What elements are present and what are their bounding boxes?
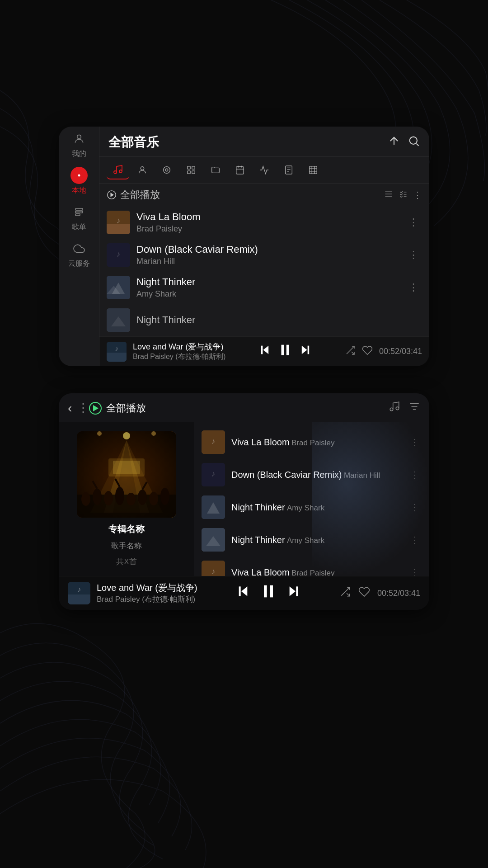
wb-song-menu[interactable]: ⋮ xyxy=(408,533,422,547)
wb-song-thumbnail: ♪ xyxy=(202,561,225,576)
svg-point-10 xyxy=(164,167,170,174)
song-row[interactable]: Night Thinker Amy Shark ⋮ xyxy=(99,271,429,304)
sidebar-item-my[interactable]: 我的 xyxy=(70,130,88,159)
svg-point-0 xyxy=(77,135,81,139)
music-note-icon[interactable] xyxy=(389,401,400,415)
tab-circle[interactable] xyxy=(155,160,178,179)
svg-point-72 xyxy=(97,431,102,436)
svg-rect-45 xyxy=(308,346,310,354)
prev-button[interactable] xyxy=(258,344,271,359)
back-button[interactable]: ‹ xyxy=(68,401,72,415)
wb-song-info: Viva La Bloom Brad Paisley xyxy=(231,567,401,576)
sidebar-item-playlist[interactable]: 歌单 xyxy=(70,203,88,232)
album-section: 专辑名称 歌手名称 共X首 xyxy=(59,422,194,576)
tab-artist[interactable] xyxy=(131,160,154,179)
svg-rect-12 xyxy=(188,166,190,169)
svg-rect-4 xyxy=(75,211,83,213)
wb-header: ‹ ⋮ 全部播放 xyxy=(59,393,429,422)
wb-song-row[interactable]: ♪ Viva La Bloom Brad Paisley ⋮ xyxy=(194,426,429,458)
svg-marker-93 xyxy=(289,586,295,596)
song-row[interactable]: ♪ Down (Black Caviar Remix) Marian Hill … xyxy=(99,239,429,271)
search-icon[interactable] xyxy=(408,135,420,151)
wb-song-row[interactable]: Night Thinker Amy Shark ⋮ xyxy=(194,491,429,524)
tab-calendar[interactable] xyxy=(229,160,251,179)
more-icon[interactable]: ⋮ xyxy=(413,189,422,201)
wb-song-menu[interactable]: ⋮ xyxy=(408,467,422,482)
widget-top: 我的 本地 xyxy=(59,127,429,366)
wb-song-menu[interactable]: ⋮ xyxy=(408,500,422,514)
wb-song-thumbnail xyxy=(202,528,225,552)
svg-point-63 xyxy=(138,490,147,505)
wb-favorite-button[interactable] xyxy=(358,586,370,601)
sort-icons: ⋮ xyxy=(384,189,422,201)
wb-pause-button[interactable] xyxy=(259,582,277,604)
list-icon[interactable] xyxy=(384,189,393,201)
tab-file[interactable] xyxy=(277,160,300,179)
check-list-icon[interactable] xyxy=(399,189,408,201)
play-all-label: 全部播放 xyxy=(120,188,160,202)
main-content: 我的 本地 xyxy=(0,0,488,868)
sidebar-item-cloud[interactable]: 云服务 xyxy=(68,240,90,269)
song-artist: Amy Shark xyxy=(136,289,399,299)
song-info: Night Thinker xyxy=(136,314,399,326)
tab-music[interactable] xyxy=(107,160,129,179)
tab-folder[interactable] xyxy=(204,160,227,179)
album-subtitle: 歌手名称 xyxy=(111,541,142,551)
favorite-button[interactable] xyxy=(362,345,373,359)
wb-song-row[interactable]: ♪ Down (Black Caviar Remix) Marian Hill … xyxy=(194,458,429,491)
svg-text:♪: ♪ xyxy=(117,250,121,259)
song-thumbnail xyxy=(107,308,130,332)
song-info: Night Thinker Amy Shark xyxy=(136,276,399,299)
wb-song-title: Down (Black Caviar Remix) xyxy=(231,470,342,480)
svg-rect-94 xyxy=(296,586,298,596)
wb-prev-button[interactable] xyxy=(236,584,250,602)
wb-playback-time: 00:52/03:41 xyxy=(377,589,420,598)
wb-song-artist: Marian Hill xyxy=(344,471,380,480)
pause-button[interactable] xyxy=(277,342,293,361)
song-menu-button[interactable]: ⋮ xyxy=(405,215,422,230)
song-thumbnail: ♪ xyxy=(107,243,130,267)
now-playing-info: Love and War (爱与战争) Brad Paisley (布拉德·帕斯… xyxy=(133,341,225,362)
wb-song-menu[interactable]: ⋮ xyxy=(408,435,422,449)
tab-grid[interactable] xyxy=(180,160,202,179)
next-button[interactable] xyxy=(299,344,312,359)
wb-song-artist: Amy Shark xyxy=(287,536,324,545)
album-art-background xyxy=(77,431,176,518)
sidebar-label-cloud: 云服务 xyxy=(68,259,90,269)
wb-song-row[interactable]: Night Thinker Amy Shark ⋮ xyxy=(194,524,429,556)
sidebar-label-playlist: 歌单 xyxy=(72,222,86,232)
wb-next-button[interactable] xyxy=(286,584,301,602)
wb-song-menu[interactable]: ⋮ xyxy=(408,565,422,576)
upload-icon[interactable] xyxy=(388,135,400,151)
song-menu-button[interactable]: ⋮ xyxy=(405,280,422,295)
play-all-button[interactable]: 全部播放 xyxy=(107,188,160,202)
tab-chart[interactable] xyxy=(253,160,276,179)
song-row[interactable]: Night Thinker ⋮ xyxy=(99,304,429,336)
now-playing-thumbnail: ♪ xyxy=(107,342,127,362)
svg-rect-17 xyxy=(286,166,292,174)
list-filter-icon[interactable] xyxy=(408,401,420,415)
svg-point-49 xyxy=(396,407,399,410)
svg-text:♪: ♪ xyxy=(117,216,121,225)
shuffle-button[interactable] xyxy=(345,345,356,359)
wb-song-artist: Amy Shark xyxy=(287,504,324,512)
sidebar-item-local[interactable]: 本地 xyxy=(70,167,88,195)
wb-song-info: Night Thinker Amy Shark xyxy=(231,502,401,513)
wb-shuffle-button[interactable] xyxy=(339,586,351,601)
playlist-icon xyxy=(70,203,88,221)
now-playing-extra: 00:52/03:41 xyxy=(345,345,422,359)
wb-song-row[interactable]: ♪ Viva La Bloom Brad Paisley ⋮ xyxy=(194,556,429,576)
svg-text:♪: ♪ xyxy=(115,344,118,352)
wb-content: 专辑名称 歌手名称 共X首 ♪ Viva La Bl xyxy=(59,422,429,576)
song-title: Night Thinker xyxy=(136,276,399,288)
more-options-button[interactable]: ⋮ xyxy=(77,401,89,415)
svg-point-64 xyxy=(149,492,158,505)
svg-rect-16 xyxy=(236,167,244,175)
sidebar-label-local: 本地 xyxy=(72,186,86,195)
top-widget-header: 全部音乐 xyxy=(99,127,429,157)
tab-grid2[interactable] xyxy=(302,160,324,179)
wb-now-playing-thumbnail: ♪ xyxy=(68,582,90,604)
song-menu-button[interactable]: ⋮ xyxy=(405,247,422,263)
svg-rect-41 xyxy=(261,346,263,354)
song-row[interactable]: ♪ Viva La Bloom Brad Paisley ⋮ xyxy=(99,206,429,239)
